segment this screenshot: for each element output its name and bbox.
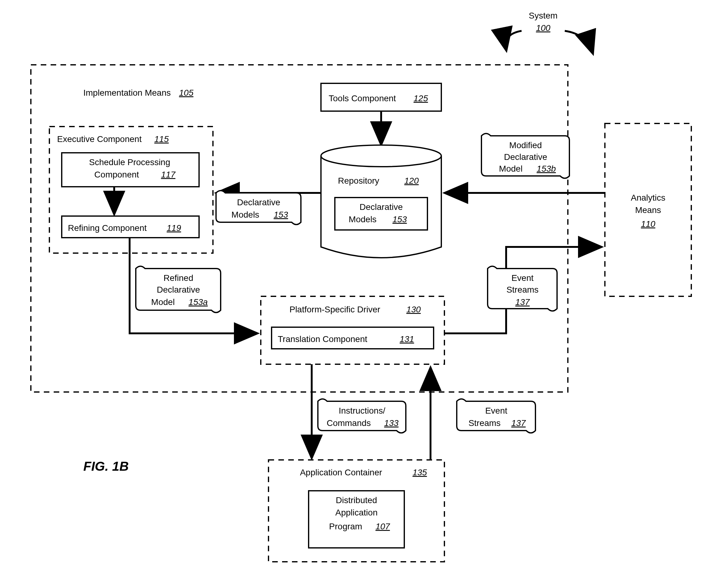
- sched-label1: Schedule Processing: [89, 158, 170, 167]
- system-label: System: [529, 11, 557, 20]
- translation-label: Translation Component: [278, 334, 367, 344]
- diagram-svg: System 100 Implementation Means 105 Anal…: [0, 0, 720, 588]
- implementation-means-label: Implementation Means: [83, 88, 171, 98]
- analytics-label1: Analytics: [631, 193, 665, 203]
- translation-ref: 131: [400, 334, 414, 344]
- driver-ref: 130: [406, 304, 421, 314]
- instructions-l1: Instructions/: [339, 406, 385, 416]
- modified-ref: 153b: [537, 164, 556, 173]
- event-streams-doc-lower: [457, 399, 535, 433]
- dist-app-l1: Distributed: [336, 496, 377, 505]
- declarative-models-doc: [216, 191, 301, 225]
- driver-label: Platform-Specific Driver: [290, 304, 380, 314]
- refined-doc-ref: 153a: [189, 297, 208, 307]
- es-lower-ref: 137: [511, 418, 526, 428]
- modified-l2: Declarative: [504, 152, 547, 162]
- system-arrow-left: [506, 31, 522, 49]
- dist-app-l3: Program: [329, 522, 362, 531]
- es-upper-l1: Event: [511, 273, 534, 283]
- refine-ref: 119: [167, 223, 181, 233]
- system-arrow-right: [565, 31, 593, 52]
- repository-ref: 120: [404, 176, 419, 186]
- app-container-label: Application Container: [300, 468, 382, 477]
- sched-ref: 117: [161, 170, 176, 179]
- exec-label: Executive Component: [57, 134, 142, 144]
- repo-models-ref: 153: [393, 214, 407, 224]
- modified-l3: Model: [499, 164, 523, 173]
- modified-l1: Modified: [509, 141, 542, 150]
- repository-label: Repository: [338, 176, 379, 186]
- refined-doc-l1: Refined: [164, 273, 193, 283]
- es-upper-l2: Streams: [506, 285, 538, 294]
- es-lower-l2: Streams: [468, 418, 501, 428]
- refined-doc-l2: Declarative: [157, 285, 200, 294]
- instructions-l2: Commands: [326, 418, 370, 428]
- decl-models-doc-l1: Declarative: [237, 197, 280, 207]
- decl-models-doc-l2: Models: [231, 210, 259, 219]
- decl-models-doc-ref: 153: [274, 210, 288, 219]
- implementation-means-ref: 105: [179, 88, 193, 98]
- dist-app-l2: Application: [336, 508, 378, 517]
- tools-label: Tools Component: [329, 93, 396, 103]
- es-lower-l1: Event: [485, 406, 507, 416]
- analytics-label2: Means: [635, 205, 661, 215]
- app-container-ref: 135: [412, 468, 427, 477]
- figure-label: FIG. 1B: [83, 459, 129, 474]
- dist-app-ref: 107: [376, 522, 390, 531]
- repo-models-label2: Models: [349, 214, 377, 224]
- analytics-ref: 110: [641, 219, 656, 229]
- instructions-ref: 133: [384, 418, 399, 428]
- sched-label2: Component: [94, 170, 139, 179]
- tools-ref: 125: [414, 93, 428, 103]
- refine-label: Refining Component: [68, 223, 147, 233]
- instructions-doc: [318, 399, 406, 433]
- system-ref: 100: [536, 23, 551, 33]
- repo-models-label1: Declarative: [360, 202, 403, 212]
- refined-doc-l3: Model: [151, 297, 175, 307]
- exec-ref: 115: [154, 134, 169, 144]
- svg-point-0: [321, 145, 441, 167]
- es-upper-ref: 137: [515, 297, 530, 307]
